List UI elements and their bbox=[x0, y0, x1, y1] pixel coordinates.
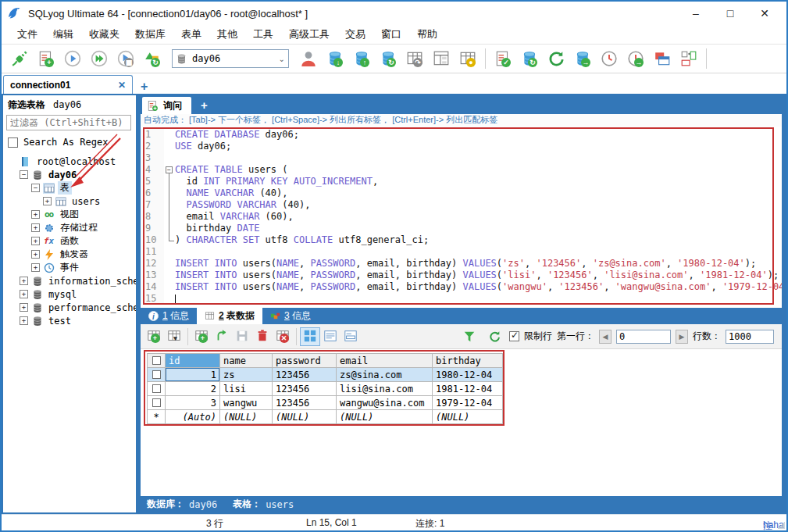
tree-node-mysql[interactable]: +mysql bbox=[3, 287, 136, 301]
new-row-cell-birthday[interactable]: (NULL) bbox=[433, 410, 503, 424]
table-structure-button[interactable] bbox=[428, 47, 455, 70]
minimize-button[interactable]: – bbox=[679, 7, 713, 20]
cell-id[interactable]: 1 bbox=[166, 368, 220, 382]
sql-line[interactable]: 4−CREATE TABLE users ( bbox=[141, 164, 782, 176]
new-row-cell-name[interactable]: (NULL) bbox=[220, 410, 273, 424]
connection-tab[interactable]: connection01 ✕ bbox=[3, 75, 133, 94]
database-go-button[interactable]: → bbox=[569, 47, 596, 70]
menu-item-窗口[interactable]: 窗口 bbox=[373, 26, 409, 43]
menu-item-数据库[interactable]: 数据库 bbox=[127, 26, 173, 43]
tree-expander[interactable]: + bbox=[20, 290, 28, 298]
select-all-checkbox[interactable] bbox=[152, 356, 161, 365]
refresh-all-button[interactable] bbox=[543, 47, 569, 70]
tree-expander[interactable]: + bbox=[31, 250, 40, 259]
query-tab[interactable]: 询问 bbox=[142, 97, 191, 114]
cell-birthday[interactable]: 1979-12-04 bbox=[433, 396, 503, 410]
new-row-cell-password[interactable]: (NULL) bbox=[273, 410, 337, 424]
sql-line[interactable]: 9 birthday DATE bbox=[141, 223, 782, 234]
sql-line[interactable]: 6 NAME VARCHAR (40), bbox=[141, 187, 782, 199]
tree-node-触发器[interactable]: +触发器 bbox=[3, 248, 136, 261]
user-manager-button[interactable] bbox=[295, 47, 322, 70]
query-history-button[interactable] bbox=[596, 47, 622, 70]
new-row-cell-email[interactable]: (NULL) bbox=[337, 410, 433, 424]
maximize-button[interactable]: □ bbox=[713, 7, 747, 20]
row-checkbox-cell[interactable] bbox=[148, 382, 166, 396]
cell-password[interactable]: 123456 bbox=[273, 368, 337, 382]
close-button[interactable]: ✕ bbox=[747, 7, 782, 20]
execute-all-queries-button[interactable] bbox=[86, 47, 112, 70]
refresh-database-button[interactable]: ↻ bbox=[516, 47, 543, 70]
menu-item-收藏夹[interactable]: 收藏夹 bbox=[81, 26, 127, 43]
refresh-grid-button[interactable] bbox=[484, 327, 505, 346]
menu-item-工具[interactable]: 工具 bbox=[245, 26, 281, 43]
tree-node-performance_schema[interactable]: +performance_schema bbox=[3, 301, 136, 314]
copy-table-button[interactable]: ↷ bbox=[401, 47, 428, 70]
cell-birthday[interactable]: 1980-12-04 bbox=[433, 368, 503, 382]
cell-id[interactable]: 3 bbox=[166, 396, 220, 410]
tree-expander[interactable]: + bbox=[43, 197, 52, 205]
view-text-button[interactable] bbox=[320, 327, 341, 346]
tree-node-day06[interactable]: −day06 bbox=[3, 168, 136, 181]
format-query-button[interactable]: ✓ bbox=[490, 47, 516, 70]
row-count-input[interactable] bbox=[726, 330, 774, 344]
tree-node-事件[interactable]: +事件 bbox=[3, 261, 136, 274]
sql-line[interactable]: 1CREATE DATABASE day06; bbox=[141, 129, 782, 141]
sql-line[interactable]: 15 bbox=[141, 293, 782, 305]
new-query-editor-button[interactable]: + bbox=[33, 47, 59, 70]
scheduled-backup-button[interactable]: → bbox=[622, 47, 649, 70]
sql-line[interactable]: 5 id INT PRIMARY KEY AUTO_INCREMENT, bbox=[141, 176, 782, 187]
menu-item-高级工具[interactable]: 高级工具 bbox=[281, 26, 337, 43]
tree-expander[interactable]: + bbox=[20, 316, 28, 325]
first-row-decrement-button[interactable]: ◀ bbox=[599, 330, 612, 344]
tree-expander[interactable]: − bbox=[31, 184, 40, 192]
regex-checkbox[interactable] bbox=[8, 137, 18, 148]
column-header-password[interactable]: password bbox=[273, 354, 337, 368]
sql-line[interactable]: 12INSERT INTO users(NAME, PASSWORD, emai… bbox=[141, 258, 782, 270]
cell-password[interactable]: 123456 bbox=[273, 396, 337, 410]
sql-line[interactable]: 11 bbox=[141, 246, 782, 258]
fold-gutter[interactable]: − bbox=[164, 164, 175, 176]
resize-grip[interactable] bbox=[777, 521, 785, 529]
cell-name[interactable]: wangwu bbox=[220, 396, 273, 410]
sql-line[interactable]: 14INSERT INTO users(NAME, PASSWORD, emai… bbox=[141, 281, 782, 293]
save-changes-button[interactable] bbox=[232, 327, 252, 346]
tree-expander[interactable]: + bbox=[31, 263, 40, 272]
result-tab-2[interactable]: 2 表数据 bbox=[197, 308, 262, 324]
menu-item-文件[interactable]: 文件 bbox=[9, 26, 45, 43]
tree-node-test[interactable]: +test bbox=[3, 314, 136, 327]
refresh-object-browser-button[interactable]: ↻ bbox=[139, 47, 166, 70]
filter-button[interactable] bbox=[459, 327, 480, 346]
cell-email[interactable]: wangwu@sina.com bbox=[337, 396, 433, 410]
tree-node-视图[interactable]: +oo视图 bbox=[3, 208, 136, 221]
tree-node-information_schema[interactable]: +information_schema bbox=[3, 274, 136, 287]
connection-tab-close-icon[interactable]: ✕ bbox=[118, 80, 126, 91]
filter-input[interactable] bbox=[6, 115, 131, 130]
row-checkbox-cell[interactable] bbox=[148, 368, 166, 382]
tree-expander[interactable]: + bbox=[20, 277, 28, 285]
tree-node-users[interactable]: +users bbox=[3, 195, 136, 208]
tree-node-存储过程[interactable]: +存储过程 bbox=[3, 221, 136, 234]
revert-changes-button[interactable] bbox=[212, 327, 232, 346]
sql-line[interactable]: 13INSERT INTO users(NAME, PASSWORD, emai… bbox=[141, 270, 782, 281]
cell-email[interactable]: lisi@sina.com bbox=[337, 382, 433, 396]
layout-manager-button[interactable] bbox=[676, 47, 702, 70]
database-combobox[interactable]: day06⌄ bbox=[172, 49, 289, 68]
sql-line[interactable]: 7 PASSWORD VARCHAR (40), bbox=[141, 199, 782, 211]
sql-line[interactable]: 2USE day06; bbox=[141, 141, 782, 152]
insert-row-button[interactable]: + bbox=[191, 327, 212, 346]
menu-item-帮助[interactable]: 帮助 bbox=[409, 26, 445, 43]
select-all-checkbox-cell[interactable] bbox=[148, 354, 166, 368]
column-header-id[interactable]: id bbox=[166, 354, 220, 368]
limit-rows-checkbox[interactable] bbox=[509, 331, 519, 341]
row-checkbox[interactable] bbox=[152, 370, 161, 379]
new-row-cell-id[interactable]: (Auto) bbox=[166, 410, 220, 424]
first-row-input[interactable] bbox=[616, 330, 671, 344]
result-tab-1[interactable]: i 1 信息 bbox=[141, 308, 197, 324]
tree-expander[interactable]: + bbox=[20, 303, 28, 312]
view-form-button[interactable] bbox=[341, 327, 361, 346]
new-query-tab-button[interactable]: + bbox=[191, 98, 217, 114]
tree-expander[interactable]: + bbox=[31, 237, 40, 245]
row-checkbox-cell[interactable] bbox=[148, 396, 166, 410]
column-header-birthday[interactable]: birthday bbox=[433, 354, 503, 368]
database-export-button[interactable]: ↑ bbox=[348, 47, 375, 70]
